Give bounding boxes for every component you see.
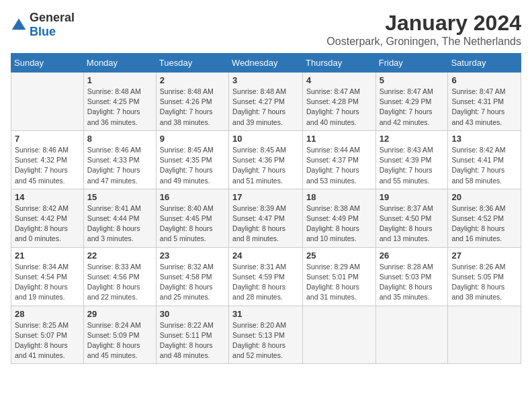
day-number: 2 <box>160 75 225 85</box>
day-number: 12 <box>380 134 445 144</box>
day-number: 18 <box>306 192 372 202</box>
calendar-cell: 3Sunrise: 8:48 AMSunset: 4:27 PMDaylight… <box>229 73 303 131</box>
day-number: 21 <box>15 250 80 261</box>
calendar-cell: 4Sunrise: 8:47 AMSunset: 4:28 PMDaylight… <box>303 73 376 131</box>
day-info: Sunrise: 8:41 AMSunset: 4:44 PMDaylight:… <box>87 203 152 244</box>
day-number: 30 <box>160 309 225 319</box>
calendar-cell: 20Sunrise: 8:36 AMSunset: 4:52 PMDayligh… <box>448 189 521 247</box>
calendar-cell: 2Sunrise: 8:48 AMSunset: 4:26 PMDaylight… <box>156 73 228 131</box>
day-info: Sunrise: 8:43 AMSunset: 4:39 PMDaylight:… <box>380 145 445 186</box>
day-info: Sunrise: 8:36 AMSunset: 4:52 PMDaylight:… <box>451 203 517 244</box>
day-info: Sunrise: 8:48 AMSunset: 4:27 PMDaylight:… <box>232 87 299 128</box>
calendar-cell: 7Sunrise: 8:46 AMSunset: 4:32 PMDaylight… <box>11 130 84 189</box>
calendar-cell: 29Sunrise: 8:24 AMSunset: 5:09 PMDayligh… <box>83 306 156 364</box>
calendar-cell: 9Sunrise: 8:45 AMSunset: 4:35 PMDaylight… <box>156 130 228 189</box>
calendar-cell: 18Sunrise: 8:38 AMSunset: 4:49 PMDayligh… <box>303 189 376 247</box>
day-info: Sunrise: 8:33 AMSunset: 4:56 PMDaylight:… <box>87 262 152 303</box>
day-info: Sunrise: 8:46 AMSunset: 4:32 PMDaylight:… <box>15 145 80 186</box>
calendar-cell: 10Sunrise: 8:45 AMSunset: 4:36 PMDayligh… <box>229 130 303 189</box>
day-info: Sunrise: 8:46 AMSunset: 4:33 PMDaylight:… <box>87 145 152 186</box>
logo-text-blue: Blue <box>30 25 56 38</box>
calendar-cell: 25Sunrise: 8:29 AMSunset: 5:01 PMDayligh… <box>303 247 376 306</box>
calendar-cell: 15Sunrise: 8:41 AMSunset: 4:44 PMDayligh… <box>83 189 156 247</box>
day-info: Sunrise: 8:26 AMSunset: 5:05 PMDaylight:… <box>451 262 517 303</box>
day-number: 19 <box>380 192 445 202</box>
calendar-header-row: SundayMondayTuesdayWednesdayThursdayFrid… <box>11 54 521 73</box>
day-of-week-header: Saturday <box>448 54 521 73</box>
day-number: 9 <box>160 134 225 144</box>
day-number: 17 <box>232 192 299 202</box>
day-info: Sunrise: 8:22 AMSunset: 5:11 PMDaylight:… <box>160 320 225 361</box>
logo: General Blue <box>11 11 75 39</box>
day-number: 10 <box>232 134 299 144</box>
day-number: 1 <box>87 75 152 85</box>
day-info: Sunrise: 8:37 AMSunset: 4:50 PMDaylight:… <box>380 203 445 244</box>
day-info: Sunrise: 8:48 AMSunset: 4:25 PMDaylight:… <box>87 87 152 128</box>
calendar-cell: 30Sunrise: 8:22 AMSunset: 5:11 PMDayligh… <box>156 306 228 364</box>
day-number: 20 <box>451 192 517 202</box>
day-of-week-header: Thursday <box>303 54 376 73</box>
day-of-week-header: Sunday <box>11 54 84 73</box>
calendar-cell: 23Sunrise: 8:32 AMSunset: 4:58 PMDayligh… <box>156 247 228 306</box>
day-number: 31 <box>232 309 299 319</box>
day-info: Sunrise: 8:42 AMSunset: 4:42 PMDaylight:… <box>15 203 80 244</box>
day-number: 3 <box>232 75 299 85</box>
day-info: Sunrise: 8:45 AMSunset: 4:35 PMDaylight:… <box>160 145 225 186</box>
day-info: Sunrise: 8:48 AMSunset: 4:26 PMDaylight:… <box>160 87 225 128</box>
day-info: Sunrise: 8:28 AMSunset: 5:03 PMDaylight:… <box>380 262 445 303</box>
day-info: Sunrise: 8:24 AMSunset: 5:09 PMDaylight:… <box>87 320 152 361</box>
location-title: Oosterpark, Groningen, The Netherlands <box>326 36 521 48</box>
day-info: Sunrise: 8:39 AMSunset: 4:47 PMDaylight:… <box>232 203 299 244</box>
day-number: 15 <box>87 192 152 202</box>
day-number: 29 <box>87 309 152 319</box>
calendar-cell: 8Sunrise: 8:46 AMSunset: 4:33 PMDaylight… <box>83 130 156 189</box>
day-number: 11 <box>306 134 372 144</box>
day-number: 25 <box>306 250 372 261</box>
calendar-week-row: 1Sunrise: 8:48 AMSunset: 4:25 PMDaylight… <box>11 73 521 131</box>
day-number: 5 <box>380 75 445 85</box>
day-info: Sunrise: 8:29 AMSunset: 5:01 PMDaylight:… <box>306 262 372 303</box>
day-number: 26 <box>380 250 445 261</box>
day-of-week-header: Wednesday <box>229 54 303 73</box>
day-info: Sunrise: 8:25 AMSunset: 5:07 PMDaylight:… <box>15 320 80 361</box>
calendar-week-row: 7Sunrise: 8:46 AMSunset: 4:32 PMDaylight… <box>11 130 521 189</box>
day-info: Sunrise: 8:45 AMSunset: 4:36 PMDaylight:… <box>232 145 299 186</box>
calendar-cell: 5Sunrise: 8:47 AMSunset: 4:29 PMDaylight… <box>375 73 448 131</box>
day-info: Sunrise: 8:38 AMSunset: 4:49 PMDaylight:… <box>306 203 372 244</box>
page-header: General Blue January 2024 Oosterpark, Gr… <box>11 11 521 48</box>
calendar-cell: 21Sunrise: 8:34 AMSunset: 4:54 PMDayligh… <box>11 247 84 306</box>
calendar-week-row: 28Sunrise: 8:25 AMSunset: 5:07 PMDayligh… <box>11 306 521 364</box>
day-number: 13 <box>451 134 517 144</box>
day-info: Sunrise: 8:32 AMSunset: 4:58 PMDaylight:… <box>160 262 225 303</box>
day-info: Sunrise: 8:42 AMSunset: 4:41 PMDaylight:… <box>451 145 517 186</box>
title-area: January 2024 Oosterpark, Groningen, The … <box>326 11 521 48</box>
logo-icon <box>11 17 27 33</box>
day-number: 23 <box>160 250 225 261</box>
day-number: 22 <box>87 250 152 261</box>
calendar-cell: 12Sunrise: 8:43 AMSunset: 4:39 PMDayligh… <box>375 130 448 189</box>
calendar-cell <box>375 306 448 364</box>
calendar-cell <box>11 73 84 131</box>
calendar-cell <box>448 306 521 364</box>
calendar-cell: 28Sunrise: 8:25 AMSunset: 5:07 PMDayligh… <box>11 306 84 364</box>
calendar-week-row: 14Sunrise: 8:42 AMSunset: 4:42 PMDayligh… <box>11 189 521 247</box>
logo-text-general: General <box>30 11 75 24</box>
day-info: Sunrise: 8:40 AMSunset: 4:45 PMDaylight:… <box>160 203 225 244</box>
day-info: Sunrise: 8:47 AMSunset: 4:29 PMDaylight:… <box>380 87 445 128</box>
calendar: SundayMondayTuesdayWednesdayThursdayFrid… <box>11 53 521 364</box>
day-info: Sunrise: 8:34 AMSunset: 4:54 PMDaylight:… <box>15 262 80 303</box>
day-number: 4 <box>306 75 372 85</box>
day-info: Sunrise: 8:20 AMSunset: 5:13 PMDaylight:… <box>232 320 299 361</box>
calendar-cell: 13Sunrise: 8:42 AMSunset: 4:41 PMDayligh… <box>448 130 521 189</box>
day-info: Sunrise: 8:31 AMSunset: 4:59 PMDaylight:… <box>232 262 299 303</box>
calendar-cell <box>303 306 376 364</box>
calendar-cell: 6Sunrise: 8:47 AMSunset: 4:31 PMDaylight… <box>448 73 521 131</box>
calendar-cell: 19Sunrise: 8:37 AMSunset: 4:50 PMDayligh… <box>375 189 448 247</box>
calendar-cell: 14Sunrise: 8:42 AMSunset: 4:42 PMDayligh… <box>11 189 84 247</box>
day-number: 27 <box>451 250 517 261</box>
day-number: 24 <box>232 250 299 261</box>
calendar-week-row: 21Sunrise: 8:34 AMSunset: 4:54 PMDayligh… <box>11 247 521 306</box>
day-info: Sunrise: 8:44 AMSunset: 4:37 PMDaylight:… <box>306 145 372 186</box>
day-number: 16 <box>160 192 225 202</box>
calendar-cell: 17Sunrise: 8:39 AMSunset: 4:47 PMDayligh… <box>229 189 303 247</box>
